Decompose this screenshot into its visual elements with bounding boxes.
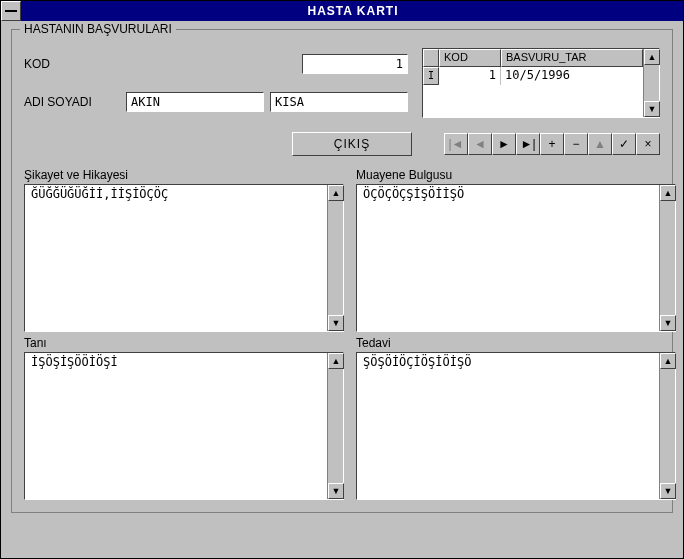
cikis-button[interactable]: ÇIKIŞ [292, 132, 412, 156]
scroll-track[interactable] [660, 201, 675, 315]
sikayet-content: ĞÜĞĞÜĞÜĞİİ,İİŞİÖÇÖÇ [25, 185, 327, 331]
scroll-up-icon[interactable]: ▲ [660, 185, 676, 201]
grid-header-kod[interactable]: KOD [439, 49, 501, 67]
tani-content: İŞÖŞİŞÖÖİÖŞİ [25, 353, 327, 499]
nav-insert-button[interactable]: + [540, 133, 564, 155]
scroll-up-icon[interactable]: ▲ [328, 185, 344, 201]
sikayet-scrollbar[interactable]: ▲ ▼ [327, 185, 343, 331]
adsoyad-label: ADI SOYADI [24, 95, 120, 109]
muayene-scrollbar[interactable]: ▲ ▼ [659, 185, 675, 331]
first-icon: |◄ [449, 137, 464, 151]
nav-edit-button[interactable]: ▲ [588, 133, 612, 155]
nav-prev-button[interactable]: ◄ [468, 133, 492, 155]
scroll-track[interactable] [660, 369, 675, 483]
tani-scrollbar[interactable]: ▲ ▼ [327, 353, 343, 499]
scroll-down-icon[interactable]: ▼ [328, 315, 344, 331]
groupbox-title: HASTANIN BAŞVURULARI [20, 22, 176, 36]
nav-cancel-button[interactable]: × [636, 133, 660, 155]
tedavi-scrollbar[interactable]: ▲ ▼ [659, 353, 675, 499]
scroll-down-icon[interactable]: ▼ [660, 483, 676, 499]
grid-header-tar[interactable]: BASVURU_TAR [501, 49, 643, 67]
x-icon: × [644, 137, 651, 151]
kod-input[interactable] [302, 54, 408, 74]
kod-label: KOD [24, 57, 120, 71]
nav-delete-button[interactable]: − [564, 133, 588, 155]
tedavi-textarea[interactable]: ŞÖŞÖİÖÇİÖŞİÖİŞÖ ▲ ▼ [356, 352, 676, 500]
check-icon: ✓ [619, 137, 629, 151]
window: HASTA KARTI HASTANIN BAŞVURULARI KOD ADI… [0, 0, 684, 559]
sikayet-textarea[interactable]: ĞÜĞĞÜĞÜĞİİ,İİŞİÖÇÖÇ ▲ ▼ [24, 184, 344, 332]
scroll-down-icon[interactable]: ▼ [328, 483, 344, 499]
scroll-up-icon[interactable]: ▲ [660, 353, 676, 369]
tani-textarea[interactable]: İŞÖŞİŞÖÖİÖŞİ ▲ ▼ [24, 352, 344, 500]
nav-first-button[interactable]: |◄ [444, 133, 468, 155]
grid-scrollbar[interactable]: ▲ ▼ [643, 49, 659, 117]
nav-post-button[interactable]: ✓ [612, 133, 636, 155]
last-icon: ►| [521, 137, 536, 151]
db-navigator: |◄ ◄ ► ►| + − ▲ ✓ × [444, 133, 660, 155]
tani-label: Tanı [24, 336, 344, 350]
basvuru-grid[interactable]: KOD BASVURU_TAR I 1 10/5/1996 ▲ [422, 48, 660, 118]
next-icon: ► [498, 137, 510, 151]
nav-next-button[interactable]: ► [492, 133, 516, 155]
sikayet-label: Şikayet ve Hikayesi [24, 168, 344, 182]
system-menu-button[interactable] [1, 1, 21, 21]
scroll-down-icon[interactable]: ▼ [644, 101, 660, 117]
scroll-track[interactable] [328, 201, 343, 315]
minus-icon: − [572, 137, 579, 151]
scroll-track[interactable] [328, 369, 343, 483]
tedavi-content: ŞÖŞÖİÖÇİÖŞİÖİŞÖ [357, 353, 659, 499]
grid-header-selector[interactable] [423, 49, 439, 67]
muayene-textarea[interactable]: ÖÇÖÇÖÇŞİŞÖİİŞÖ ▲ ▼ [356, 184, 676, 332]
grid-row[interactable]: I 1 10/5/1996 [423, 67, 643, 85]
muayene-label: Muayene Bulgusu [356, 168, 676, 182]
ad-input[interactable] [126, 92, 264, 112]
prev-icon: ◄ [474, 137, 486, 151]
soyad-input[interactable] [270, 92, 408, 112]
window-title: HASTA KARTI [23, 4, 683, 18]
scroll-track[interactable] [644, 65, 659, 101]
tedavi-label: Tedavi [356, 336, 676, 350]
scroll-down-icon[interactable]: ▼ [660, 315, 676, 331]
plus-icon: + [548, 137, 555, 151]
edit-icon: ▲ [594, 137, 606, 151]
row-marker: I [423, 67, 439, 85]
nav-last-button[interactable]: ►| [516, 133, 540, 155]
row-tar: 10/5/1996 [501, 67, 643, 85]
groupbox-basvurular: HASTANIN BAŞVURULARI KOD ADI SOYADI [11, 29, 673, 513]
row-kod: 1 [439, 67, 501, 85]
scroll-up-icon[interactable]: ▲ [328, 353, 344, 369]
scroll-up-icon[interactable]: ▲ [644, 49, 660, 65]
muayene-content: ÖÇÖÇÖÇŞİŞÖİİŞÖ [357, 185, 659, 331]
titlebar: HASTA KARTI [1, 1, 683, 21]
